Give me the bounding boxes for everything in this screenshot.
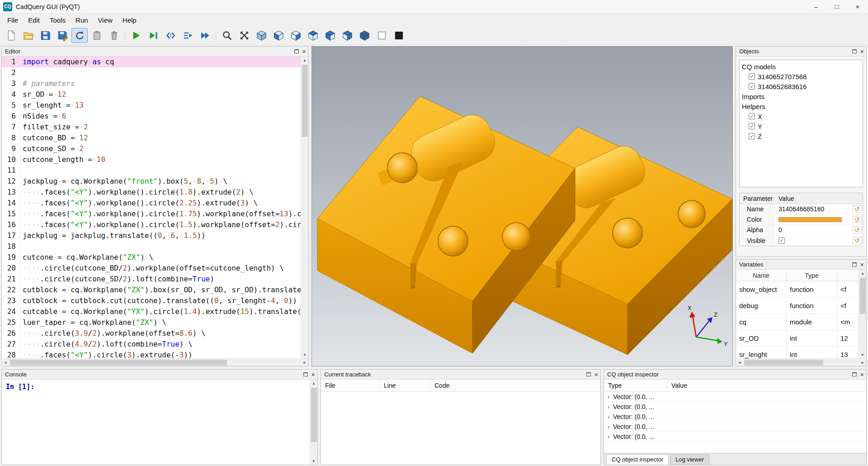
- checkbox-checked-icon[interactable]: ✓: [749, 83, 755, 90]
- tree-item-helper-y[interactable]: ✓ Y: [742, 121, 860, 131]
- save-as-button[interactable]: [54, 28, 71, 43]
- code-line[interactable]: 8cutcone_BD·=·12: [2, 133, 301, 143]
- menu-tools[interactable]: Tools: [45, 14, 71, 26]
- continue-button[interactable]: [197, 28, 213, 43]
- scroll-down-icon[interactable]: ▼: [310, 457, 317, 465]
- scroll-thumb[interactable]: [10, 360, 227, 366]
- variables-vertical-scrollbar[interactable]: ▲ ▼: [859, 270, 866, 358]
- reset-property-icon[interactable]: ↺: [853, 237, 862, 244]
- code-line[interactable]: 1import·cadquery·as·cq: [2, 57, 301, 67]
- reset-property-icon[interactable]: ↺: [853, 216, 862, 223]
- checkbox-checked-icon[interactable]: ✓: [778, 238, 785, 244]
- new-file-button[interactable]: [3, 28, 19, 43]
- scroll-thumb[interactable]: [744, 360, 823, 366]
- close-panel-icon[interactable]: ×: [302, 48, 306, 55]
- tree-item-helper-z[interactable]: ✓ Z: [742, 131, 860, 141]
- scroll-up-icon[interactable]: ▲: [310, 380, 317, 387]
- scroll-right-icon[interactable]: ►: [859, 359, 866, 366]
- close-panel-icon[interactable]: ×: [860, 371, 864, 378]
- code-line[interactable]: 22cutblock·=·cq.Workplane("ZX").box(sr_O…: [2, 285, 301, 295]
- minimize-button[interactable]: –: [806, 0, 826, 13]
- variable-row[interactable]: debug function <f: [736, 298, 859, 314]
- tree-item-model[interactable]: ✓ 3140652707568: [742, 71, 860, 81]
- zoom-button[interactable]: [219, 28, 235, 43]
- code-line[interactable]: 21····.circle(cutcone_SD/2).loft(combine…: [2, 274, 301, 285]
- code-line[interactable]: 26····.circle(3.9/2).workplane(offset=8.…: [2, 328, 301, 339]
- open-file-button[interactable]: [20, 28, 36, 43]
- variable-row[interactable]: show_object function <f: [736, 281, 859, 298]
- variables-horizontal-scrollbar[interactable]: ◄ ►: [736, 358, 866, 366]
- maximize-button[interactable]: □: [826, 0, 847, 13]
- inspector-row[interactable]: › Vector: (0.0, ...: [604, 412, 866, 422]
- view-left-button[interactable]: [305, 28, 321, 43]
- close-button[interactable]: ×: [847, 0, 868, 13]
- inspector-row[interactable]: › Vector: (0.0, ...: [604, 402, 866, 412]
- code-line[interactable]: 3# parameters: [2, 78, 301, 89]
- code-line[interactable]: 7fillet_size·=·2: [2, 122, 301, 133]
- reset-property-icon[interactable]: ↺: [853, 205, 862, 213]
- close-panel-icon[interactable]: ×: [594, 371, 598, 378]
- code-line[interactable]: 19cutcone·=·cq.Workplane("ZX")·\: [2, 252, 301, 263]
- view-top-button[interactable]: [339, 28, 355, 43]
- tree-item-helper-x[interactable]: ✓ X: [742, 111, 860, 121]
- code-line[interactable]: 25luer_taper·=·cq.Workplane("ZX")·\: [2, 317, 301, 328]
- code-line[interactable]: 16····.faces("<Y").workplane().circle(1.…: [2, 219, 301, 230]
- code-line[interactable]: 14····.faces("<Y").workplane().circle(2.…: [2, 198, 301, 209]
- color-swatch[interactable]: [778, 217, 842, 222]
- viewport-3d[interactable]: X Z Y: [311, 46, 733, 366]
- code-line[interactable]: 15····.faces("<Y").workplane().circle(1.…: [2, 209, 301, 219]
- code-line[interactable]: 13····.faces("<Y").workplane().circle(1.…: [2, 187, 301, 198]
- fit-view-button[interactable]: [236, 28, 252, 43]
- float-panel-icon[interactable]: [303, 372, 308, 376]
- code-line[interactable]: 27····.circle(4.9/2).loft(combine=True)·…: [2, 339, 301, 350]
- render-button[interactable]: [128, 28, 144, 43]
- code-line[interactable]: 20····.circle(cutcone_BD/2).workplane(of…: [2, 263, 301, 274]
- reload-code-button[interactable]: [71, 28, 88, 43]
- scroll-thumb[interactable]: [302, 65, 308, 137]
- checkbox-checked-icon[interactable]: ✓: [749, 73, 755, 80]
- code-line[interactable]: 23cutblock·=·cutblock.cut(cutcone).trans…: [2, 295, 301, 306]
- menu-view[interactable]: View: [93, 14, 118, 26]
- code-editor[interactable]: 1import·cadquery·as·cq23# parameters4sr_…: [2, 57, 301, 358]
- step-next-button[interactable]: [179, 28, 196, 43]
- code-line[interactable]: 4sr_OD·=·12: [2, 89, 301, 100]
- code-line[interactable]: 10cutcone_length·=·10: [2, 154, 301, 165]
- property-row-name[interactable]: Name 3140646685160 ↺: [740, 204, 863, 214]
- menu-help[interactable]: Help: [118, 14, 142, 26]
- scroll-up-icon[interactable]: ▲: [301, 57, 308, 64]
- code-line[interactable]: 28····.faces("<Y").circle(3).extrude(-3)…: [2, 350, 301, 358]
- wireframe-button[interactable]: [373, 28, 390, 43]
- code-line[interactable]: 11: [2, 165, 301, 176]
- editor-horizontal-scrollbar[interactable]: ◄ ►: [2, 358, 308, 366]
- shaded-button[interactable]: [391, 28, 407, 43]
- float-panel-icon[interactable]: [586, 372, 591, 376]
- menu-file[interactable]: File: [2, 14, 23, 26]
- console-prompt[interactable]: In [1]:: [2, 380, 310, 465]
- view-iso-button[interactable]: [253, 28, 269, 43]
- variable-row[interactable]: sr_lenght int 13: [736, 347, 859, 358]
- inspector-row[interactable]: › Vector: (0.0, ...: [604, 432, 866, 442]
- scroll-left-icon[interactable]: ◄: [736, 359, 743, 366]
- float-panel-icon[interactable]: [852, 262, 857, 266]
- view-front-button[interactable]: [270, 28, 287, 43]
- variable-row[interactable]: cq module <m: [736, 314, 859, 330]
- scroll-thumb[interactable]: [311, 388, 317, 442]
- scroll-down-icon[interactable]: ▼: [301, 351, 308, 358]
- close-panel-icon[interactable]: ×: [860, 48, 864, 55]
- code-line[interactable]: 24cutcable·=·cq.Workplane("YX").circle(1…: [2, 306, 301, 317]
- copy-button[interactable]: [89, 28, 105, 43]
- inspector-row[interactable]: › Vector: (0.0, ...: [604, 392, 866, 402]
- checkbox-checked-icon[interactable]: ✓: [749, 133, 755, 139]
- property-row-color[interactable]: Color ↺: [740, 214, 863, 225]
- close-panel-icon[interactable]: ×: [311, 371, 315, 378]
- tree-item-model[interactable]: ✓ 3140652683616: [742, 81, 860, 91]
- code-line[interactable]: 6nSides·=·6: [2, 111, 301, 122]
- variable-row[interactable]: sr_OD int 12: [736, 330, 859, 347]
- menu-edit[interactable]: Edit: [23, 14, 45, 26]
- code-line[interactable]: 17jackplug·=·jackplug.translate((0,·6,·1…: [2, 230, 301, 241]
- close-panel-icon[interactable]: ×: [860, 261, 864, 268]
- checkbox-checked-icon[interactable]: ✓: [749, 123, 755, 129]
- scroll-down-icon[interactable]: ▼: [859, 351, 866, 358]
- editor-vertical-scrollbar[interactable]: ▲ ▼: [301, 57, 308, 358]
- scroll-right-icon[interactable]: ►: [301, 359, 308, 366]
